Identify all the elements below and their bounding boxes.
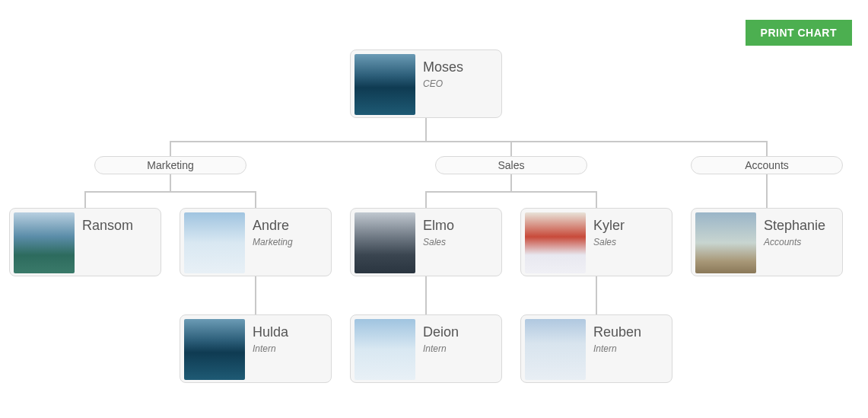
person-card-deion[interactable]: Deion Intern [350, 314, 502, 383]
department-label: Marketing [147, 159, 193, 171]
department-label: Accounts [745, 159, 789, 171]
person-title: Intern [593, 343, 641, 354]
person-info: Ransom [75, 209, 141, 276]
person-title: CEO [423, 78, 463, 89]
person-name: Elmo [423, 218, 454, 235]
avatar [525, 212, 586, 273]
connector [255, 276, 256, 314]
avatar [525, 319, 586, 380]
person-title: Accounts [764, 237, 825, 247]
person-name: Moses [423, 59, 463, 76]
connector [596, 191, 597, 208]
connector [170, 174, 171, 191]
avatar [14, 212, 75, 273]
avatar [355, 319, 415, 380]
person-title: Intern [423, 343, 459, 354]
connector [425, 276, 427, 314]
person-name: Deion [423, 324, 459, 341]
connector [84, 191, 256, 193]
person-card-ransom[interactable]: Ransom [9, 208, 161, 276]
person-name: Kyler [593, 218, 625, 235]
avatar [355, 54, 415, 115]
person-name: Reuben [593, 324, 641, 341]
connector [425, 118, 427, 141]
avatar [355, 212, 415, 273]
avatar [184, 212, 245, 273]
department-marketing[interactable]: Marketing [94, 156, 246, 174]
person-info: Hulda Intern [245, 315, 296, 382]
person-info: Reuben Intern [586, 315, 649, 382]
person-card-stephanie[interactable]: Stephanie Accounts [691, 208, 843, 276]
person-title: Sales [593, 237, 625, 247]
connector [255, 191, 256, 208]
person-info: Moses CEO [415, 50, 471, 117]
person-card-reuben[interactable]: Reuben Intern [520, 314, 672, 383]
connector [510, 174, 512, 191]
person-name: Stephanie [764, 218, 825, 235]
person-card-hulda[interactable]: Hulda Intern [180, 314, 332, 383]
person-card-ceo[interactable]: Moses CEO [350, 49, 502, 118]
person-info: Andre Marketing [245, 209, 300, 276]
person-name: Ransom [82, 218, 133, 235]
department-sales[interactable]: Sales [435, 156, 587, 174]
person-info: Stephanie Accounts [756, 209, 833, 276]
department-label: Sales [498, 159, 524, 171]
avatar [184, 319, 245, 380]
person-title: Sales [423, 237, 454, 247]
person-name: Hulda [253, 324, 288, 341]
person-title: Intern [253, 343, 288, 354]
person-info: Deion Intern [415, 315, 466, 382]
person-info: Elmo Sales [415, 209, 462, 276]
connector [84, 191, 86, 208]
person-title: Marketing [253, 237, 293, 247]
person-card-elmo[interactable]: Elmo Sales [350, 208, 502, 276]
person-card-andre[interactable]: Andre Marketing [180, 208, 332, 276]
print-chart-button[interactable]: PRINT CHART [746, 20, 852, 46]
person-info: Kyler Sales [586, 209, 632, 276]
connector [596, 276, 597, 314]
connector [170, 141, 767, 142]
department-accounts[interactable]: Accounts [691, 156, 843, 174]
connector [425, 191, 427, 208]
person-card-kyler[interactable]: Kyler Sales [520, 208, 672, 276]
avatar [695, 212, 756, 273]
person-name: Andre [253, 218, 293, 235]
connector [766, 141, 768, 156]
connector [170, 141, 171, 156]
connector [510, 141, 512, 156]
connector [766, 174, 768, 208]
connector [425, 191, 597, 193]
